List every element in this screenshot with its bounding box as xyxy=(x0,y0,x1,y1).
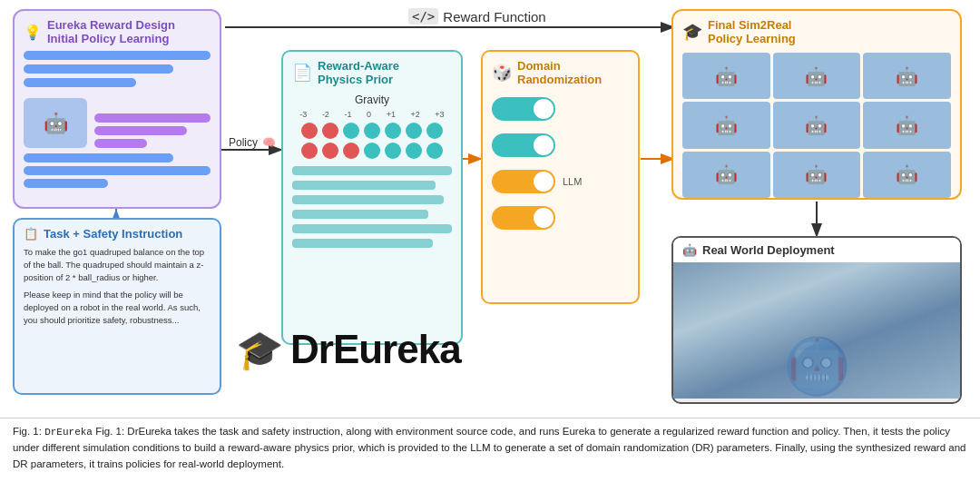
dot-teal-5 xyxy=(426,123,443,139)
dreureka-hat-icon: 🎓 xyxy=(236,328,283,372)
toggle-knob-1 xyxy=(534,99,554,119)
domain-title: 🎲 Domain Randomization xyxy=(492,59,629,86)
dot-teal-3 xyxy=(385,123,401,139)
reward-function-label: </> Reward Function xyxy=(408,8,546,25)
dot-teal-2 xyxy=(364,123,380,139)
robot-cell-1: 🤖 xyxy=(682,53,770,99)
dot-red-5 xyxy=(343,143,359,159)
gravity-label: Gravity xyxy=(292,94,452,106)
eureka-line-3 xyxy=(24,78,136,87)
code-icon: </> xyxy=(408,8,438,25)
vert-line-5 xyxy=(292,224,452,233)
eureka-bottom-2 xyxy=(24,166,211,175)
eureka-title: 💡 Eureka Reward Design Initial Policy Le… xyxy=(24,18,211,45)
eureka-box: 💡 Eureka Reward Design Initial Policy Le… xyxy=(13,9,221,209)
robot-cell-8: 🤖 xyxy=(773,152,861,198)
eureka-purple-1 xyxy=(94,113,211,123)
eureka-purple-3 xyxy=(94,139,147,148)
dice-icon: 🎲 xyxy=(492,63,512,83)
eureka-bottom-3 xyxy=(24,179,108,188)
dot-teal-6 xyxy=(364,143,380,159)
dot-red-3 xyxy=(301,143,318,159)
policy-label: Policy 🧠 xyxy=(229,136,276,149)
dot-teal-8 xyxy=(406,143,422,159)
real-world-header: 🤖 Real World Deployment xyxy=(673,238,960,262)
task-title: 📋 Task + Safety Instruction xyxy=(24,227,211,241)
bulb-icon: 💡 xyxy=(24,24,42,41)
dot-teal-4 xyxy=(406,123,422,139)
robot-cell-4: 🤖 xyxy=(682,102,770,148)
toggle-bar-2 xyxy=(492,133,555,157)
toggle-item-1 xyxy=(492,97,629,121)
eureka-purple-2 xyxy=(94,126,187,135)
brain-icon: 🧠 xyxy=(262,136,276,149)
caption-text: Fig. 1: DrEureka takes the task and safe… xyxy=(13,426,965,469)
robot-cell-5: 🤖 xyxy=(773,102,861,148)
robot-cell-3: 🤖 xyxy=(863,53,951,99)
vert-line-1 xyxy=(292,166,452,175)
domain-randomization-box: 🎲 Domain Randomization LLM xyxy=(481,50,640,304)
dots-row-1 xyxy=(292,123,452,139)
grad-icon: 🎓 xyxy=(682,22,702,42)
eureka-lines xyxy=(24,51,211,87)
eureka-line-2 xyxy=(24,64,173,74)
robot-cell-2: 🤖 xyxy=(773,53,861,99)
vert-line-2 xyxy=(292,181,436,190)
real-world-box: 🤖 Real World Deployment 🤖 🔵 xyxy=(671,236,962,404)
robot-cell-6: 🤖 xyxy=(863,102,951,148)
main-diagram: </> Reward Function 💡 Eureka Reward Desi… xyxy=(0,0,980,418)
dot-red-4 xyxy=(322,143,338,159)
toggle-bar-3 xyxy=(492,170,555,193)
real-world-image: 🤖 🔵 xyxy=(673,262,960,399)
clipboard-icon: 📋 xyxy=(24,227,38,241)
dot-teal-7 xyxy=(385,143,401,159)
robot-icon: 🤖 xyxy=(682,243,697,257)
toggle-item-4 xyxy=(492,206,629,230)
eureka-line-1 xyxy=(24,51,211,60)
vert-line-4 xyxy=(292,210,428,219)
physics-prior-box: 📄 Reward-Aware Physics Prior Gravity -3 … xyxy=(281,50,463,345)
dot-red-1 xyxy=(301,123,318,139)
toggle-knob-3 xyxy=(534,172,554,192)
robot-grid: 🤖 🤖 🤖 🤖 🤖 🤖 🤖 🤖 🤖 xyxy=(682,53,951,198)
toggle-group: LLM xyxy=(492,97,629,230)
dot-red-2 xyxy=(322,123,338,139)
toggle-item-3: LLM xyxy=(492,170,629,193)
dot-teal-1 xyxy=(343,123,359,139)
dot-teal-9 xyxy=(426,143,443,159)
toggle-item-2 xyxy=(492,133,629,157)
doc-icon: 📄 xyxy=(292,63,312,83)
toggle-bar-1 xyxy=(492,97,555,121)
toggle-knob-4 xyxy=(534,208,554,228)
eureka-thumbnail: 🤖 xyxy=(24,98,87,148)
dreureka-logo: 🎓 DrEureka xyxy=(236,327,461,372)
robot-cell-7: 🤖 xyxy=(682,152,770,198)
toggle-knob-2 xyxy=(534,135,554,155)
vert-line-6 xyxy=(292,239,433,248)
vert-line-3 xyxy=(292,195,444,204)
task-safety-box: 📋 Task + Safety Instruction To make the … xyxy=(13,218,221,395)
robot-cell-9: 🤖 xyxy=(863,152,951,198)
gravity-scale: -3 -2 -1 0 +1 +2 +3 xyxy=(292,110,452,119)
eureka-bottom-lines xyxy=(24,153,211,188)
sim2real-title: 🎓 Final Sim2Real Policy Learning xyxy=(682,18,951,45)
caption: Fig. 1: DrEureka Fig. 1: DrEureka takes … xyxy=(0,418,980,478)
physics-vert-lines xyxy=(292,166,452,248)
physics-title: 📄 Reward-Aware Physics Prior xyxy=(292,59,452,86)
task-text-content: To make the go1 quadruped balance on the… xyxy=(24,246,211,327)
sim2real-box: 🎓 Final Sim2Real Policy Learning 🤖 🤖 🤖 🤖… xyxy=(671,9,962,200)
toggle-bar-4 xyxy=(492,206,555,230)
dreureka-code: DrEureka xyxy=(44,427,93,438)
dots-row-2 xyxy=(292,143,452,159)
eureka-bottom-1 xyxy=(24,153,173,162)
